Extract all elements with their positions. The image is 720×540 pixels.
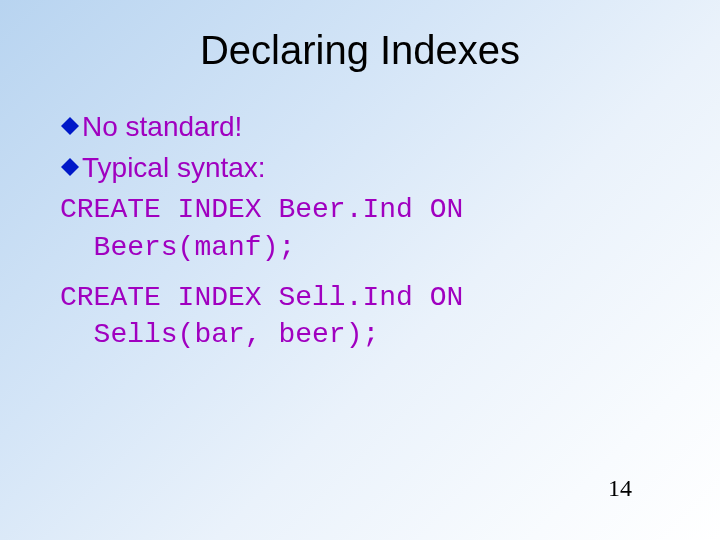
code-line: Beers(manf); [60, 229, 660, 267]
slide-title: Declaring Indexes [60, 28, 660, 73]
code-block: CREATE INDEX Sell.Ind ON Sells(bar, beer… [60, 279, 660, 355]
svg-marker-1 [61, 158, 79, 176]
diamond-bullet-icon [60, 116, 80, 136]
bullet-text: No standard! [82, 109, 242, 144]
page-number: 14 [608, 475, 632, 502]
bullet-text: Typical syntax: [82, 150, 266, 185]
bullet-item: Typical syntax: [60, 150, 660, 185]
code-line: CREATE INDEX Beer.Ind ON [60, 191, 660, 229]
bullet-item: No standard! [60, 109, 660, 144]
svg-marker-0 [61, 117, 79, 135]
diamond-bullet-icon [60, 157, 80, 177]
code-block: CREATE INDEX Beer.Ind ON Beers(manf); [60, 191, 660, 267]
code-line: CREATE INDEX Sell.Ind ON [60, 279, 660, 317]
code-line: Sells(bar, beer); [60, 316, 660, 354]
slide: Declaring Indexes No standard! Typical s… [0, 0, 720, 540]
